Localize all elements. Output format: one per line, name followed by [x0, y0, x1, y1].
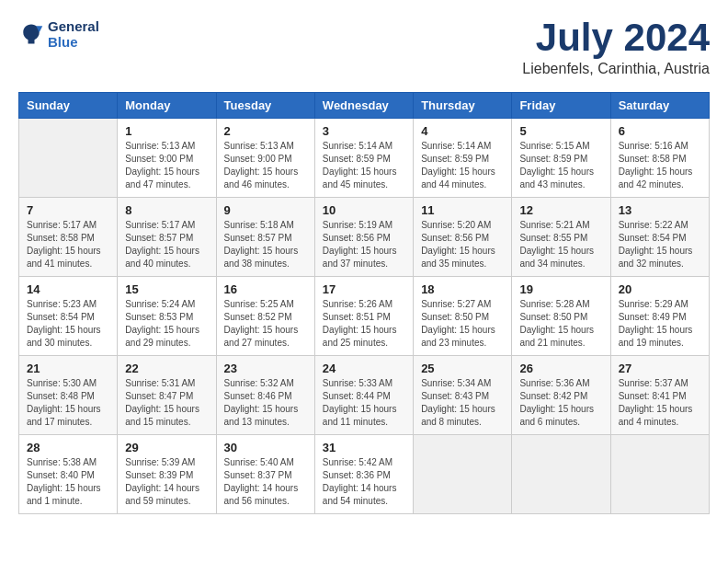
day-number: 13 [619, 203, 701, 217]
day-info: Sunrise: 5:17 AM Sunset: 8:58 PM Dayligh… [27, 219, 109, 270]
calendar-cell [19, 119, 118, 198]
weekday-header: Saturday [610, 93, 709, 119]
day-info: Sunrise: 5:13 AM Sunset: 9:00 PM Dayligh… [224, 140, 307, 191]
logo-text: General Blue [48, 18, 99, 50]
day-info: Sunrise: 5:14 AM Sunset: 8:59 PM Dayligh… [323, 140, 405, 191]
calendar-cell: 24Sunrise: 5:33 AM Sunset: 8:44 PM Dayli… [314, 356, 413, 435]
day-info: Sunrise: 5:19 AM Sunset: 8:56 PM Dayligh… [323, 219, 405, 270]
calendar-cell: 19Sunrise: 5:28 AM Sunset: 8:50 PM Dayli… [512, 277, 610, 356]
day-info: Sunrise: 5:28 AM Sunset: 8:50 PM Dayligh… [519, 298, 602, 350]
day-number: 12 [519, 203, 602, 217]
calendar-cell: 29Sunrise: 5:39 AM Sunset: 8:39 PM Dayli… [118, 435, 216, 514]
day-info: Sunrise: 5:15 AM Sunset: 8:59 PM Dayligh… [519, 140, 602, 191]
calendar-cell: 9Sunrise: 5:18 AM Sunset: 8:57 PM Daylig… [216, 198, 314, 277]
day-number: 11 [421, 203, 504, 217]
day-number: 31 [323, 441, 405, 454]
day-number: 18 [421, 282, 504, 296]
day-number: 14 [27, 282, 109, 296]
calendar-cell: 30Sunrise: 5:40 AM Sunset: 8:37 PM Dayli… [216, 435, 314, 514]
day-info: Sunrise: 5:36 AM Sunset: 8:42 PM Dayligh… [519, 377, 602, 429]
weekday-header: Monday [118, 93, 216, 119]
day-info: Sunrise: 5:34 AM Sunset: 8:43 PM Dayligh… [421, 377, 504, 429]
day-number: 25 [421, 362, 504, 375]
day-number: 24 [323, 362, 405, 375]
calendar-cell: 28Sunrise: 5:38 AM Sunset: 8:40 PM Dayli… [19, 435, 118, 514]
day-number: 21 [27, 362, 109, 375]
day-number: 2 [224, 124, 307, 138]
calendar-cell [512, 435, 610, 514]
calendar-cell: 17Sunrise: 5:26 AM Sunset: 8:51 PM Dayli… [314, 277, 413, 356]
day-number: 19 [519, 282, 602, 296]
calendar-cell: 11Sunrise: 5:20 AM Sunset: 8:56 PM Dayli… [414, 198, 512, 277]
day-info: Sunrise: 5:40 AM Sunset: 8:37 PM Dayligh… [224, 456, 307, 508]
location: Liebenfels, Carinthia, Austria [522, 61, 710, 77]
calendar-cell: 22Sunrise: 5:31 AM Sunset: 8:47 PM Dayli… [118, 356, 216, 435]
day-number: 30 [224, 441, 307, 454]
day-number: 8 [125, 203, 208, 217]
day-info: Sunrise: 5:26 AM Sunset: 8:51 PM Dayligh… [323, 298, 405, 350]
day-info: Sunrise: 5:30 AM Sunset: 8:48 PM Dayligh… [27, 377, 109, 429]
day-number: 10 [323, 203, 405, 217]
calendar-cell: 21Sunrise: 5:30 AM Sunset: 8:48 PM Dayli… [19, 356, 118, 435]
day-info: Sunrise: 5:33 AM Sunset: 8:44 PM Dayligh… [323, 377, 405, 429]
day-info: Sunrise: 5:31 AM Sunset: 8:47 PM Dayligh… [125, 377, 208, 429]
calendar-cell [610, 435, 709, 514]
day-number: 15 [125, 282, 208, 296]
day-number: 9 [224, 203, 307, 217]
page-header: General Blue July 2024 Liebenfels, Carin… [18, 18, 710, 77]
day-info: Sunrise: 5:13 AM Sunset: 9:00 PM Dayligh… [125, 140, 208, 191]
day-number: 26 [519, 362, 602, 375]
day-number: 20 [619, 282, 701, 296]
day-number: 29 [125, 441, 208, 454]
calendar-week-row: 1Sunrise: 5:13 AM Sunset: 9:00 PM Daylig… [19, 119, 710, 198]
day-info: Sunrise: 5:16 AM Sunset: 8:58 PM Dayligh… [619, 140, 701, 191]
logo: General Blue [18, 18, 99, 50]
calendar-cell: 14Sunrise: 5:23 AM Sunset: 8:54 PM Dayli… [19, 277, 118, 356]
day-number: 28 [27, 441, 109, 454]
calendar-cell: 31Sunrise: 5:42 AM Sunset: 8:36 PM Dayli… [314, 435, 413, 514]
weekday-header: Wednesday [314, 93, 413, 119]
calendar-cell: 8Sunrise: 5:17 AM Sunset: 8:57 PM Daylig… [118, 198, 216, 277]
day-info: Sunrise: 5:29 AM Sunset: 8:49 PM Dayligh… [619, 298, 701, 350]
calendar-cell: 15Sunrise: 5:24 AM Sunset: 8:53 PM Dayli… [118, 277, 216, 356]
calendar-cell: 1Sunrise: 5:13 AM Sunset: 9:00 PM Daylig… [118, 119, 216, 198]
weekday-header: Sunday [19, 93, 118, 119]
day-number: 22 [125, 362, 208, 375]
weekday-header: Tuesday [216, 93, 314, 119]
day-info: Sunrise: 5:37 AM Sunset: 8:41 PM Dayligh… [619, 377, 701, 429]
calendar-cell [414, 435, 512, 514]
calendar-cell: 2Sunrise: 5:13 AM Sunset: 9:00 PM Daylig… [216, 119, 314, 198]
day-number: 4 [421, 124, 504, 138]
calendar-cell: 18Sunrise: 5:27 AM Sunset: 8:50 PM Dayli… [414, 277, 512, 356]
calendar-cell: 23Sunrise: 5:32 AM Sunset: 8:46 PM Dayli… [216, 356, 314, 435]
day-info: Sunrise: 5:32 AM Sunset: 8:46 PM Dayligh… [224, 377, 307, 429]
calendar-header-row: SundayMondayTuesdayWednesdayThursdayFrid… [19, 93, 710, 119]
calendar-cell: 7Sunrise: 5:17 AM Sunset: 8:58 PM Daylig… [19, 198, 118, 277]
calendar-week-row: 14Sunrise: 5:23 AM Sunset: 8:54 PM Dayli… [19, 277, 710, 356]
calendar-cell: 25Sunrise: 5:34 AM Sunset: 8:43 PM Dayli… [414, 356, 512, 435]
calendar-cell: 3Sunrise: 5:14 AM Sunset: 8:59 PM Daylig… [314, 119, 413, 198]
weekday-header: Friday [512, 93, 610, 119]
day-info: Sunrise: 5:23 AM Sunset: 8:54 PM Dayligh… [27, 298, 109, 350]
calendar-cell: 27Sunrise: 5:37 AM Sunset: 8:41 PM Dayli… [610, 356, 709, 435]
calendar-cell: 10Sunrise: 5:19 AM Sunset: 8:56 PM Dayli… [314, 198, 413, 277]
calendar-cell: 12Sunrise: 5:21 AM Sunset: 8:55 PM Dayli… [512, 198, 610, 277]
title-block: July 2024 Liebenfels, Carinthia, Austria [522, 18, 710, 77]
day-info: Sunrise: 5:17 AM Sunset: 8:57 PM Dayligh… [125, 219, 208, 270]
calendar-cell: 13Sunrise: 5:22 AM Sunset: 8:54 PM Dayli… [610, 198, 709, 277]
day-number: 7 [27, 203, 109, 217]
day-info: Sunrise: 5:27 AM Sunset: 8:50 PM Dayligh… [421, 298, 504, 350]
day-number: 5 [519, 124, 602, 138]
day-info: Sunrise: 5:24 AM Sunset: 8:53 PM Dayligh… [125, 298, 208, 350]
calendar-week-row: 7Sunrise: 5:17 AM Sunset: 8:58 PM Daylig… [19, 198, 710, 277]
day-number: 27 [619, 362, 701, 375]
calendar-table: SundayMondayTuesdayWednesdayThursdayFrid… [18, 92, 710, 514]
calendar-week-row: 28Sunrise: 5:38 AM Sunset: 8:40 PM Dayli… [19, 435, 710, 514]
day-info: Sunrise: 5:21 AM Sunset: 8:55 PM Dayligh… [519, 219, 602, 270]
day-number: 23 [224, 362, 307, 375]
day-info: Sunrise: 5:20 AM Sunset: 8:56 PM Dayligh… [421, 219, 504, 270]
calendar-week-row: 21Sunrise: 5:30 AM Sunset: 8:48 PM Dayli… [19, 356, 710, 435]
day-number: 16 [224, 282, 307, 296]
weekday-header: Thursday [414, 93, 512, 119]
day-info: Sunrise: 5:25 AM Sunset: 8:52 PM Dayligh… [224, 298, 307, 350]
